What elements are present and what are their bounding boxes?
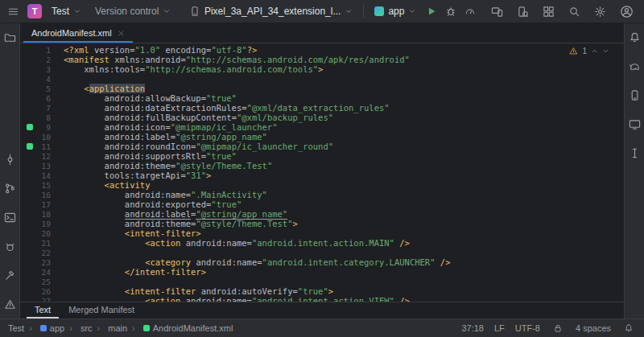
vcs-widget[interactable]: Version control [91, 3, 175, 19]
code-line[interactable]: android:label="@string/app_name" [64, 132, 624, 142]
gradle-tool-button[interactable] [626, 58, 643, 75]
code-line[interactable]: </intent-filter> [64, 267, 624, 277]
line-number[interactable]: 3 [35, 65, 57, 74]
code-line[interactable]: android:roundIcon="@mipmap/ic_launcher_r… [64, 142, 624, 151]
main-menu-button[interactable] [5, 3, 22, 20]
launcher-icon-preview[interactable] [24, 142, 35, 151]
code-line[interactable]: <intent-filter> [64, 228, 624, 238]
line-number[interactable]: 19 [35, 220, 57, 228]
code-line[interactable]: android:theme="@style/Theme.Test"> [64, 219, 624, 228]
line-number[interactable]: 23 [35, 258, 57, 267]
device-explorer-tool-button[interactable] [626, 87, 643, 104]
device-manager-button[interactable] [514, 3, 531, 20]
close-tab-icon[interactable] [118, 30, 125, 37]
settings-button[interactable] [592, 3, 609, 20]
bottom-tab-merged-manifest[interactable]: Merged Manifest [60, 302, 142, 319]
project-tool-button[interactable] [2, 29, 19, 46]
code-line[interactable]: <category android:name="android.intent.c… [64, 257, 624, 267]
next-issue-icon[interactable] [602, 47, 609, 55]
code-line[interactable]: android:exported="true" [64, 199, 624, 209]
run-config-selector[interactable]: app [370, 3, 420, 19]
code-line[interactable]: xmlns:tools="http://schemas.android.com/… [64, 64, 624, 74]
indent-config[interactable]: 4 spaces [576, 323, 611, 333]
code-line[interactable]: <?xml version="1.0" encoding="utf-8"?> [64, 45, 624, 55]
profiler-button[interactable] [462, 3, 478, 19]
line-number[interactable]: 13 [35, 162, 57, 171]
device-selector[interactable]: Pixel_3a_API_34_extension_l... [185, 3, 357, 19]
line-number[interactable]: 12 [35, 152, 57, 161]
line-number[interactable]: 10 [35, 133, 57, 142]
code-line[interactable]: <application [64, 84, 624, 93]
breadcrumb-item[interactable]: AndroidManifest.xml [127, 323, 233, 333]
commit-tool-button[interactable] [2, 151, 19, 168]
code-line[interactable]: <action android:name="android.intent.act… [64, 238, 624, 248]
code-line[interactable]: <manifest xmlns:android="http://schemas.… [64, 55, 624, 64]
code-editor[interactable]: 1234567891011121314151617181920212223242… [20, 43, 624, 302]
line-number[interactable]: 2 [35, 55, 57, 64]
code-line[interactable]: <intent-filter android:autoVerify="true"… [64, 286, 624, 296]
code-line[interactable]: tools:targetApi="31"> [64, 171, 624, 180]
breadcrumb-item[interactable]: app [24, 323, 64, 333]
line-number[interactable]: 11 [35, 142, 57, 151]
assistant-tool-button[interactable] [626, 145, 643, 162]
code-line[interactable]: android:fullBackupContent="@xml/backup_r… [64, 113, 624, 122]
line-number[interactable]: 4 [35, 75, 57, 84]
line-separator[interactable]: LF [494, 323, 505, 333]
file-encoding[interactable]: UTF-8 [515, 323, 540, 333]
readonly-toggle[interactable] [551, 321, 565, 335]
account-button[interactable] [617, 2, 636, 21]
line-number[interactable]: 9 [35, 123, 57, 132]
build-tool-button[interactable] [2, 267, 19, 284]
code-line[interactable]: android:theme="@style/Theme.Test" [64, 161, 624, 171]
running-devices-tool-button[interactable] [626, 116, 643, 133]
search-everywhere-button[interactable] [566, 3, 583, 20]
bottom-tab-text[interactable]: Text [27, 302, 59, 319]
code-line[interactable]: android:label="@string/app_name" [64, 209, 624, 219]
layout-inspector-button[interactable] [540, 3, 557, 20]
line-number[interactable]: 20 [35, 229, 57, 238]
line-number[interactable]: 14 [35, 171, 57, 180]
line-number[interactable]: 7 [35, 104, 57, 113]
line-number[interactable]: 8 [35, 113, 57, 122]
code-line[interactable]: android:allowBackup="true" [64, 93, 624, 103]
code-line[interactable] [64, 248, 624, 257]
code-line[interactable]: android:supportsRtl="true" [64, 151, 624, 161]
line-number[interactable]: 22 [35, 249, 57, 257]
inspection-widget[interactable]: 1 [566, 46, 613, 56]
line-number[interactable]: 25 [35, 277, 57, 286]
line-number[interactable]: 6 [35, 94, 57, 103]
caret-position[interactable]: 37:18 [461, 323, 484, 333]
project-selector[interactable]: Test [47, 3, 85, 19]
code-line[interactable]: android:dataExtractionRules="@xml/data_e… [64, 103, 624, 113]
line-number[interactable]: 18 [35, 210, 57, 219]
problems-tool-button[interactable] [2, 296, 19, 313]
code-line[interactable] [64, 74, 624, 84]
breadcrumb-item[interactable]: Test [8, 323, 24, 333]
line-number[interactable]: 26 [35, 287, 57, 296]
line-number[interactable]: 27 [35, 297, 57, 302]
notifications-tool-button[interactable] [626, 29, 643, 46]
debug-button[interactable] [443, 3, 459, 19]
breadcrumb-item[interactable]: src [64, 323, 92, 333]
breadcrumb-item[interactable]: main [93, 323, 128, 333]
launcher-icon-preview[interactable] [24, 122, 35, 132]
run-button[interactable] [423, 3, 440, 19]
line-number[interactable]: 5 [35, 84, 57, 93]
running-devices-button[interactable] [489, 3, 506, 20]
version-control-tool-button[interactable] [2, 180, 19, 197]
code-line[interactable]: android:icon="@mipmap/ic_launcher" [64, 122, 624, 132]
line-number[interactable]: 21 [35, 239, 57, 248]
line-number[interactable]: 24 [35, 268, 57, 277]
line-number[interactable]: 17 [35, 200, 57, 209]
line-number[interactable]: 15 [35, 181, 57, 190]
code-line[interactable] [64, 277, 624, 286]
line-number[interactable]: 16 [35, 191, 57, 199]
code-line[interactable]: android:name=".MainActivity" [64, 190, 624, 199]
logcat-tool-button[interactable] [2, 238, 19, 255]
code-line[interactable]: <activity [64, 180, 624, 190]
notifications-button[interactable] [621, 321, 636, 335]
editor-tab-androidmanifest[interactable]: AndroidManifest.xml [23, 23, 133, 43]
code-line[interactable]: <action android:name="android.intent.act… [64, 296, 624, 302]
code-area[interactable]: <?xml version="1.0" encoding="utf-8"?><m… [57, 43, 624, 302]
terminal-tool-button[interactable] [2, 209, 19, 226]
